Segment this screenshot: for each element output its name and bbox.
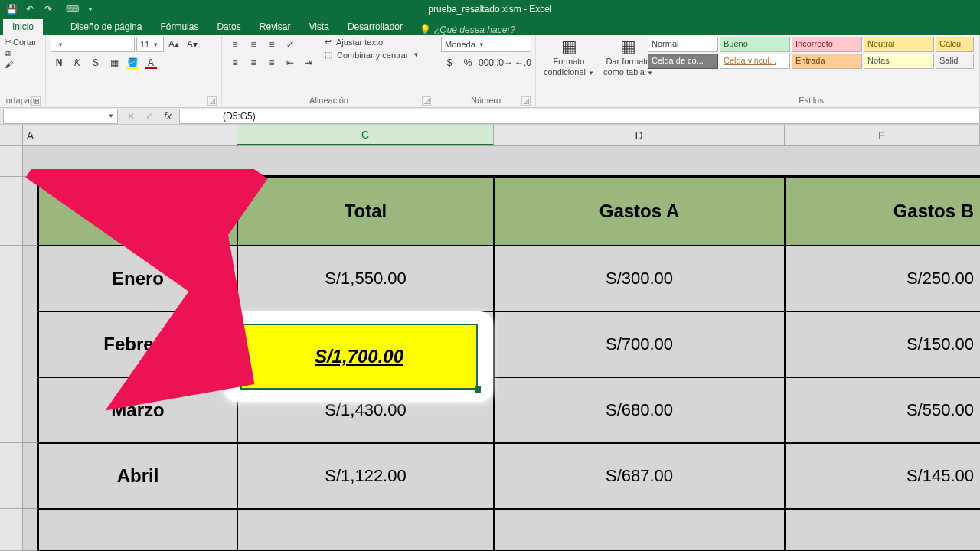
fx-icon[interactable]: fx <box>159 109 176 124</box>
underline-button[interactable]: S <box>87 55 104 70</box>
cell-gastosa-marzo[interactable]: S/680.00 <box>494 377 785 443</box>
row-header[interactable] <box>0 177 23 246</box>
cell-total-abril[interactable]: S/1,122.00 <box>237 443 494 509</box>
style-celda-comprobacion[interactable]: Celda de co... <box>648 54 718 69</box>
table-header-blank[interactable] <box>38 177 237 246</box>
row-header[interactable] <box>0 311 23 377</box>
cell-month-next[interactable] <box>38 509 237 551</box>
tab-revisar[interactable]: Revisar <box>250 19 300 35</box>
row-header[interactable] <box>0 146 23 177</box>
row-header[interactable] <box>0 377 23 443</box>
align-right-icon[interactable]: ≡ <box>263 55 280 70</box>
tab-hidden[interactable] <box>43 30 61 35</box>
cell-month-enero[interactable]: Enero <box>38 246 237 311</box>
cell[interactable] <box>23 246 38 311</box>
row-header[interactable] <box>0 246 23 311</box>
increase-indent-icon[interactable]: ⇥ <box>300 55 317 70</box>
tab-vista[interactable]: Vista <box>299 19 338 35</box>
col-header-d[interactable]: D <box>494 125 785 145</box>
align-left-icon[interactable]: ≡ <box>227 55 243 70</box>
cell[interactable] <box>237 146 494 177</box>
cell-gastosb-enero[interactable]: S/250.00 <box>785 246 980 311</box>
style-entrada[interactable]: Entrada <box>792 54 862 69</box>
cell-gastosa-next[interactable] <box>494 509 785 551</box>
increase-decimal-icon[interactable]: .0→ <box>496 55 513 70</box>
cell[interactable] <box>494 146 785 177</box>
conditional-format-button[interactable]: ▦ Formato condicional ▼ <box>541 37 597 78</box>
table-header-total[interactable]: Total <box>237 177 494 246</box>
redo-icon[interactable]: ↷ <box>41 2 55 16</box>
dialog-launcher-icon[interactable]: ◿ <box>207 96 217 106</box>
cell-gastosa-febrero[interactable]: S/700.00 <box>494 311 785 377</box>
font-size-combo[interactable]: 11▼ <box>136 37 164 52</box>
orientation-icon[interactable]: ⤢ <box>282 37 299 52</box>
format-painter-button[interactable]: 🖌 <box>5 60 13 69</box>
tab-inicio[interactable]: Inicio <box>3 19 43 35</box>
copy-button[interactable]: ⧉ <box>5 48 11 58</box>
cell-gastosb-abril[interactable]: S/145.00 <box>785 443 980 509</box>
style-calculo[interactable]: Cálcu <box>936 37 974 52</box>
align-center-icon[interactable]: ≡ <box>245 55 262 70</box>
col-header-b[interactable] <box>38 125 237 145</box>
qat-dropdown-icon[interactable]: ▾ <box>83 2 97 16</box>
comma-format-icon[interactable]: 000 <box>478 55 495 70</box>
style-bueno[interactable]: Bueno <box>720 37 790 52</box>
tab-formulas[interactable]: Fórmulas <box>151 19 207 35</box>
style-incorrecto[interactable]: Incorrecto <box>792 37 862 52</box>
cell[interactable] <box>23 377 38 443</box>
dialog-launcher-icon[interactable]: ◿ <box>521 96 531 106</box>
col-header-a[interactable]: A <box>23 125 38 145</box>
col-header-e[interactable]: E <box>785 125 980 145</box>
percent-format-icon[interactable]: % <box>459 55 476 70</box>
cut-button[interactable]: ✂Cortar <box>5 37 37 47</box>
decrease-indent-icon[interactable]: ⇤ <box>282 55 299 70</box>
tab-diseno[interactable]: Diseño de página <box>61 19 151 35</box>
cell[interactable] <box>23 311 38 377</box>
align-top-icon[interactable]: ≡ <box>227 37 243 52</box>
cell-gastosa-abril[interactable]: S/687.00 <box>494 443 785 509</box>
table-header-gastos-a[interactable]: Gastos A <box>494 177 785 246</box>
cell-month-marzo[interactable]: Marzo <box>38 377 237 443</box>
spreadsheet-grid[interactable]: Total Gastos A Gastos B Enero S/1,550.00… <box>0 146 980 551</box>
col-header-c[interactable]: C <box>237 125 494 145</box>
table-header-gastos-b[interactable]: Gastos B <box>785 177 980 246</box>
cell-total-next[interactable] <box>237 509 494 551</box>
decrease-font-icon[interactable]: A▾ <box>184 37 201 52</box>
decrease-decimal-icon[interactable]: ←.0 <box>514 55 531 70</box>
cell-gastosb-febrero[interactable]: S/150.00 <box>785 311 980 377</box>
increase-font-icon[interactable]: A▴ <box>165 37 182 52</box>
cancel-formula-icon[interactable]: ✕ <box>122 109 139 124</box>
align-bottom-icon[interactable]: ≡ <box>263 37 280 52</box>
accounting-format-icon[interactable]: $ <box>441 55 458 70</box>
cell[interactable] <box>23 443 38 509</box>
bold-button[interactable]: N <box>51 55 67 70</box>
style-notas[interactable]: Notas <box>864 54 934 69</box>
cell-total-febrero[interactable] <box>237 311 494 377</box>
style-neutral[interactable]: Neutral <box>864 37 934 52</box>
cell[interactable] <box>23 509 38 551</box>
dialog-launcher-icon[interactable]: ◿ <box>422 96 431 106</box>
dialog-launcher-icon[interactable]: ◿ <box>31 96 41 106</box>
row-header[interactable] <box>0 509 23 551</box>
fill-color-button[interactable]: 🪣 <box>124 55 141 70</box>
cell-gastosb-marzo[interactable]: S/550.00 <box>785 377 980 443</box>
italic-button[interactable]: K <box>69 55 86 70</box>
save-icon[interactable]: 💾 <box>5 2 18 16</box>
cell-total-enero[interactable]: S/1,550.00 <box>237 246 494 311</box>
cell-gastosb-next[interactable] <box>785 509 980 551</box>
font-family-combo[interactable]: ▼ <box>51 37 135 52</box>
style-normal[interactable]: Normal <box>648 37 718 52</box>
border-button[interactable]: ▦ <box>106 55 122 70</box>
tab-desarrollador[interactable]: Desarrollador <box>338 19 412 35</box>
cell-gastosa-enero[interactable]: S/300.00 <box>494 246 785 311</box>
cell[interactable] <box>23 146 38 177</box>
style-salida[interactable]: Salid <box>936 54 974 69</box>
style-celda-vinculada[interactable]: Celda vincul... <box>720 54 790 69</box>
row-header[interactable] <box>0 443 23 509</box>
touch-mode-icon[interactable]: ⌨ <box>65 2 79 16</box>
font-color-button[interactable]: A <box>142 55 159 70</box>
name-box[interactable]: ▼ <box>3 109 118 124</box>
number-format-combo[interactable]: Moneda▼ <box>441 37 531 52</box>
formula-bar[interactable]: (D5:G5) <box>179 109 980 124</box>
cell-total-marzo[interactable]: S/1,430.00 <box>237 377 494 443</box>
